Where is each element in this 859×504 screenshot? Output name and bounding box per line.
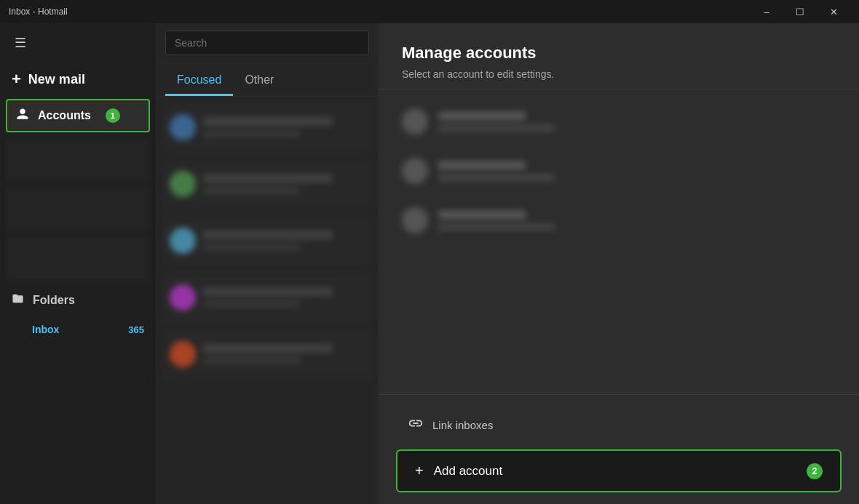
- titlebar-title: Inbox - Hotmail: [9, 7, 68, 17]
- email-item-3[interactable]: [162, 215, 372, 267]
- titlebar: Inbox - Hotmail – ☐ ✕: [0, 0, 859, 23]
- new-mail-label: New mail: [28, 72, 85, 87]
- avatar-5: [170, 341, 196, 367]
- account-email-1: [438, 124, 555, 132]
- folders-icon: [12, 292, 24, 308]
- account-item-3[interactable]: [390, 197, 847, 244]
- account-avatar-1: [402, 108, 428, 135]
- blurred-item-3: [6, 237, 150, 281]
- blurred-item-2: [6, 188, 150, 231]
- link-inboxes-button[interactable]: Link inboxes: [396, 407, 842, 444]
- account-email-2: [438, 174, 555, 181]
- email-item-5[interactable]: [162, 328, 372, 380]
- accounts-subtitle: Select an account to edit settings.: [402, 68, 836, 80]
- sidebar: ☰ + New mail Accounts 1: [0, 23, 157, 504]
- search-bar: [157, 23, 378, 63]
- tab-focused[interactable]: Focused: [165, 63, 233, 96]
- account-item-1[interactable]: [390, 98, 847, 145]
- new-mail-button[interactable]: + New mail: [0, 63, 156, 96]
- minimize-button[interactable]: –: [750, 0, 783, 23]
- hamburger-icon: ☰: [15, 35, 26, 51]
- accounts-footer: Link inboxes + Add account 2: [379, 394, 859, 504]
- sidebar-item-folders[interactable]: Folders: [0, 284, 156, 316]
- accounts-tutorial-badge: 1: [106, 108, 120, 123]
- blurred-item-1: [6, 138, 150, 182]
- avatar-1: [170, 114, 196, 140]
- accounts-icon: [16, 108, 29, 124]
- hamburger-button[interactable]: ☰: [12, 32, 29, 54]
- email-item-2[interactable]: [162, 158, 372, 210]
- email-item-4[interactable]: [162, 271, 372, 324]
- accounts-list: [379, 89, 859, 394]
- avatar-3: [170, 228, 196, 254]
- account-email-3: [438, 223, 555, 231]
- close-button[interactable]: ✕: [817, 0, 850, 23]
- accounts-label: Accounts: [38, 109, 91, 122]
- account-name-2: [438, 161, 526, 170]
- account-item-2[interactable]: [390, 148, 847, 194]
- window-controls: – ☐ ✕: [750, 0, 850, 23]
- sidebar-nav: Accounts 1 Folders Inbox 365: [0, 96, 156, 504]
- folders-label: Folders: [33, 294, 75, 307]
- sidebar-top: ☰: [0, 23, 156, 63]
- inbox-label: Inbox: [32, 324, 59, 335]
- link-inboxes-icon: [408, 415, 424, 435]
- inbox-count: 365: [128, 324, 144, 335]
- search-input[interactable]: [165, 31, 369, 55]
- add-account-tutorial-badge: 2: [807, 463, 823, 479]
- account-avatar-2: [402, 158, 428, 184]
- add-account-plus-icon: +: [415, 463, 424, 479]
- email-list-pane: Focused Other: [157, 23, 379, 504]
- tab-other[interactable]: Other: [233, 63, 285, 96]
- add-account-label: Add account: [434, 464, 503, 479]
- new-mail-plus-icon: +: [12, 70, 21, 89]
- accounts-header: Manage accounts Select an account to edi…: [379, 23, 859, 89]
- main-content: ☰ + New mail Accounts 1: [0, 23, 859, 504]
- maximize-button[interactable]: ☐: [783, 0, 817, 23]
- sidebar-item-accounts[interactable]: Accounts 1: [6, 99, 150, 132]
- sidebar-item-inbox[interactable]: Inbox 365: [0, 316, 156, 343]
- email-tabs: Focused Other: [157, 63, 378, 97]
- account-avatar-3: [402, 207, 428, 233]
- account-name-3: [438, 210, 526, 220]
- link-inboxes-label: Link inboxes: [432, 419, 493, 431]
- account-name-1: [438, 111, 526, 121]
- email-items: [157, 97, 378, 504]
- accounts-title: Manage accounts: [402, 44, 836, 63]
- email-item-1[interactable]: [162, 101, 372, 153]
- avatar-4: [170, 284, 196, 311]
- avatar-2: [170, 171, 196, 197]
- accounts-panel: Manage accounts Select an account to edi…: [379, 23, 859, 504]
- add-account-button[interactable]: + Add account 2: [396, 449, 842, 492]
